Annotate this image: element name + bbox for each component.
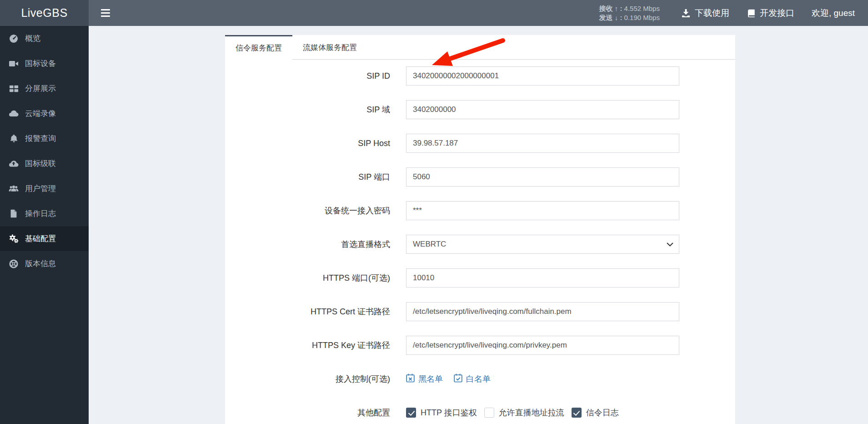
sip-port-input[interactable] [406, 167, 679, 187]
sidebar-item-alarm-query[interactable]: 报警查询 [0, 126, 89, 151]
sip-host-input[interactable] [406, 134, 679, 153]
calendar-check-icon [454, 374, 462, 385]
https-cert-path-input[interactable] [406, 302, 679, 321]
sidebar-menu: 概览 国标设备 分屏展示 云端录像 [0, 26, 89, 424]
api-docs-menu-item[interactable]: 开发接口 [738, 0, 803, 26]
device-access-password-input[interactable] [406, 201, 679, 220]
download-menu-item[interactable]: 下载使用 [672, 0, 738, 26]
download-rate-label: 发送 ↓ : [599, 14, 622, 21]
form-row-other-config: 其他配置 HTTP 接口鉴权 允许直播地址拉流 信令日志 [225, 403, 735, 422]
sidebar-item-gb-cascade[interactable]: 国标级联 [0, 151, 89, 176]
field-label: HTTPS Cert 证书路径 [225, 306, 406, 317]
sip-id-input[interactable] [406, 66, 679, 86]
sidebar-item-user-management[interactable]: 用户管理 [0, 176, 89, 201]
bell-icon [8, 133, 20, 144]
book-icon [747, 8, 756, 18]
field-label: HTTPS 端口(可选) [225, 273, 406, 283]
download-icon [681, 8, 691, 18]
app-logo[interactable]: LiveGBS [0, 0, 89, 26]
main-content-area: 信令服务配置 流媒体服务配置 SIP ID SIP 域 SIP Host SIP… [89, 26, 868, 424]
allow-live-pull-checkbox[interactable] [484, 408, 494, 418]
life-ring-icon [8, 258, 20, 269]
tab-signaling-config[interactable]: 信令服务配置 [225, 35, 292, 60]
form-row-https-cert: HTTPS Cert 证书路径 [225, 302, 735, 321]
users-icon [8, 183, 20, 194]
form-row-sip-id: SIP ID [225, 66, 735, 86]
form-row-live-format: 首选直播格式 [225, 235, 735, 254]
tab-media-config[interactable]: 流媒体服务配置 [292, 35, 367, 60]
sidebar-toggle-button[interactable] [95, 0, 115, 26]
sidebar-item-basic-config[interactable]: 基础配置 [0, 226, 89, 251]
upload-rate-label: 接收 ↑ : [599, 5, 622, 12]
sidebar-item-version-info[interactable]: 版本信息 [0, 251, 89, 276]
field-label: SIP 端口 [225, 172, 406, 182]
form-row-sip-host: SIP Host [225, 134, 735, 153]
cloud-icon [8, 108, 20, 119]
form-row-device-password: 设备统一接入密码 [225, 201, 735, 220]
sip-domain-input[interactable] [406, 100, 679, 119]
hamburger-icon [101, 9, 110, 10]
field-label: SIP 域 [225, 104, 406, 115]
field-label: 其他配置 [225, 407, 406, 418]
file-icon [8, 208, 20, 219]
checkbox-group-signaling-log: 信令日志 [572, 407, 619, 418]
network-stats: 接收 ↑ : 4.552 Mbps 发送 ↓ : 0.190 Mbps [599, 4, 660, 22]
https-key-path-input[interactable] [406, 336, 679, 355]
preferred-live-format-select[interactable] [406, 235, 679, 254]
user-welcome-menu[interactable]: 欢迎, guest [803, 0, 863, 26]
field-label: 接入控制(可选) [225, 374, 406, 384]
cloud-upload-icon [8, 158, 20, 169]
download-rate-value: 0.190 Mbps [624, 14, 660, 21]
http-auth-checkbox[interactable] [406, 408, 416, 418]
form-row-sip-port: SIP 端口 [225, 167, 735, 187]
gauge-icon [8, 33, 20, 44]
video-camera-icon [8, 58, 20, 69]
sidebar-item-gb-devices[interactable]: 国标设备 [0, 51, 89, 76]
field-label: HTTPS Key 证书路径 [225, 340, 406, 351]
sidebar-item-overview[interactable]: 概览 [0, 26, 89, 51]
form-row-https-port: HTTPS 端口(可选) [225, 268, 735, 288]
config-card: 信令服务配置 流媒体服务配置 SIP ID SIP 域 SIP Host SIP… [225, 35, 735, 424]
checkbox-label: 允许直播地址拉流 [499, 407, 564, 418]
checkbox-label: HTTP 接口鉴权 [421, 407, 477, 418]
signaling-config-form: SIP ID SIP 域 SIP Host SIP 端口 设备统一接入密码 首选 [225, 60, 735, 422]
sidebar-item-split-screen[interactable]: 分屏展示 [0, 76, 89, 101]
https-port-input[interactable] [406, 268, 679, 288]
field-label: 设备统一接入密码 [225, 205, 406, 216]
checkbox-label: 信令日志 [586, 407, 619, 418]
form-row-https-key: HTTPS Key 证书路径 [225, 336, 735, 355]
field-label: SIP ID [225, 71, 406, 81]
grid-icon [8, 83, 20, 94]
config-tabs: 信令服务配置 流媒体服务配置 [225, 35, 735, 60]
form-row-access-control: 接入控制(可选) 黑名单 [225, 369, 735, 389]
field-label: 首选直播格式 [225, 239, 406, 250]
calendar-times-icon [406, 374, 415, 385]
sidebar-item-cloud-recording[interactable]: 云端录像 [0, 101, 89, 126]
whitelist-link[interactable]: 白名单 [454, 374, 491, 385]
blacklist-link[interactable]: 黑名单 [406, 374, 443, 385]
upload-rate-value: 4.552 Mbps [624, 5, 660, 12]
top-navbar: LiveGBS 接收 ↑ : 4.552 Mbps 发送 ↓ : 0.190 M… [0, 0, 868, 26]
form-row-sip-domain: SIP 域 [225, 100, 735, 119]
sidebar-item-operation-log[interactable]: 操作日志 [0, 201, 89, 226]
gears-icon [8, 233, 20, 244]
checkbox-group-http-auth: HTTP 接口鉴权 [406, 407, 477, 418]
field-label: SIP Host [225, 139, 406, 148]
signaling-log-checkbox[interactable] [572, 408, 582, 418]
checkbox-group-allow-pull: 允许直播地址拉流 [484, 407, 564, 418]
